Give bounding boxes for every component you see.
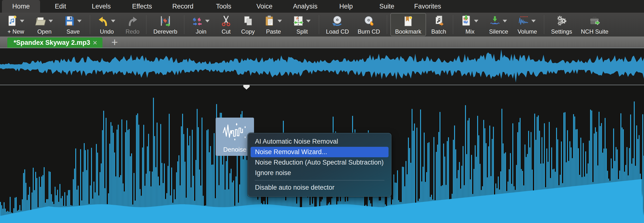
toolbar-button-split[interactable]: Split xyxy=(288,13,316,37)
toolbar-button-mix[interactable]: Mix xyxy=(456,13,484,37)
toolbar-button-label: Undo xyxy=(100,28,114,35)
toolbar-button-new[interactable]: + New xyxy=(2,13,30,37)
mix-icon xyxy=(460,15,472,27)
split-icon xyxy=(292,15,305,27)
burn-cd-icon xyxy=(362,15,375,27)
cut-icon xyxy=(220,15,232,27)
toolbar-separator xyxy=(544,15,544,34)
document-tab[interactable]: *Spandex Skyway 2.mp3 × xyxy=(7,38,102,48)
nch-suite-icon xyxy=(588,15,601,27)
menu-item-edit[interactable]: Edit xyxy=(40,0,81,13)
new-file-icon xyxy=(6,15,18,27)
toolbar-button-label: Mix xyxy=(466,28,474,35)
load-cd-icon xyxy=(331,15,344,27)
bookmark-icon xyxy=(402,15,414,28)
dropdown-caret-icon[interactable] xyxy=(472,14,480,28)
dropdown-caret-icon[interactable] xyxy=(47,14,54,28)
menu-item-record[interactable]: Record xyxy=(162,0,203,13)
volume-icon xyxy=(517,15,530,27)
toolbar-separator xyxy=(184,15,184,34)
menu-bar: HomeEditLevelsEffectsRecordToolsVoiceAna… xyxy=(0,0,644,13)
menu-item-voice[interactable]: Voice xyxy=(244,0,285,13)
toolbar-button-label: Redo xyxy=(126,28,140,35)
close-icon[interactable]: × xyxy=(90,38,100,47)
toolbar-button-volume[interactable]: Volume xyxy=(513,13,542,37)
toolbar-button-label: Join xyxy=(196,28,206,35)
dropdown-caret-icon[interactable] xyxy=(501,14,508,28)
context-menu: AI Automatic Noise RemovalNoise Removal … xyxy=(248,133,392,197)
dropdown-caret-icon[interactable] xyxy=(305,14,312,28)
toolbar-button-settings[interactable]: Settings xyxy=(546,13,576,37)
toolbar-button-label: Volume xyxy=(518,28,537,35)
dropdown-caret-icon[interactable] xyxy=(530,14,537,28)
toolbar-button-label: Save xyxy=(66,28,80,35)
toolbar-button-open[interactable]: Open xyxy=(30,13,59,37)
batch-icon xyxy=(432,15,445,27)
overview-waveform xyxy=(0,48,644,85)
menu-item-suite[interactable]: Suite xyxy=(366,0,407,13)
toolbar-button-paste[interactable]: Paste xyxy=(259,13,288,37)
toolbar-button-batch[interactable]: Batch xyxy=(427,13,450,37)
dropdown-caret-icon[interactable] xyxy=(18,14,26,28)
toolbar-button-dereverb[interactable]: Dereverb xyxy=(149,13,182,37)
toolbar-button-label: Cut xyxy=(222,28,230,35)
menu-item-noise-reduction-auto-spectral-subtraction[interactable]: Noise Reduction (Auto Spectral Subtracti… xyxy=(248,157,391,168)
toolbar-button-silence[interactable]: Silence xyxy=(484,13,513,37)
new-tab-button[interactable]: + xyxy=(109,37,120,47)
denoise-icon xyxy=(222,121,248,144)
toolbar-button-label: Bookmark xyxy=(395,28,421,35)
menu-item-ignore-noise[interactable]: Ignore noise xyxy=(248,168,391,178)
toolbar-separator xyxy=(453,15,453,34)
menu-item-tools[interactable]: Tools xyxy=(203,0,244,13)
open-folder-icon xyxy=(34,15,47,27)
denoise-button-label: Denoise xyxy=(223,146,246,153)
toolbar-button-label: Dereverb xyxy=(153,28,177,35)
copy-icon xyxy=(242,15,254,27)
dropdown-caret-icon[interactable] xyxy=(204,14,211,28)
paste-icon xyxy=(264,15,276,27)
menu-item-favorites[interactable]: Favorites xyxy=(407,0,448,13)
dropdown-caret-icon[interactable] xyxy=(76,14,83,28)
menu-item-effects[interactable]: Effects xyxy=(122,0,162,13)
document-tab-label: *Spandex Skyway 2.mp3 xyxy=(14,39,90,47)
menu-item-noise-removal-wizard[interactable]: Noise Removal Wizard... xyxy=(250,147,388,157)
toolbar-button-cut[interactable]: Cut xyxy=(216,13,237,37)
toolbar-button-burn-cd[interactable]: Burn CD xyxy=(353,13,384,37)
dereverb-icon xyxy=(159,15,172,27)
join-icon xyxy=(191,15,204,27)
toolbar-separator xyxy=(387,15,387,34)
menu-item-levels[interactable]: Levels xyxy=(81,0,122,13)
toolbar-button-join[interactable]: Join xyxy=(187,13,216,37)
silence-icon xyxy=(488,15,501,27)
toolbar-button-label: Settings xyxy=(551,28,572,35)
toolbar-separator xyxy=(90,15,90,34)
toolbar-button-nch-suite[interactable]: NCH Suite xyxy=(576,13,613,37)
menu-item-analysis[interactable]: Analysis xyxy=(285,0,326,13)
toolbar-button-load-cd[interactable]: Load CD xyxy=(322,13,353,37)
save-icon xyxy=(63,15,76,27)
dropdown-caret-icon[interactable] xyxy=(110,14,117,28)
tab-strip: *Spandex Skyway 2.mp3 × + xyxy=(0,37,644,48)
toolbar-separator xyxy=(146,15,146,34)
toolbar-button-label: Load CD xyxy=(326,28,349,35)
dropdown-caret-icon[interactable] xyxy=(276,14,284,28)
toolbar-button-undo[interactable]: Undo xyxy=(92,13,121,37)
toolbar-button-redo[interactable]: Redo xyxy=(121,13,144,37)
toolbar-button-label: Open xyxy=(38,28,52,35)
menu-item-help[interactable]: Help xyxy=(326,0,366,13)
toolbar-button-save[interactable]: Save xyxy=(59,13,88,37)
toolbar-button-label: Batch xyxy=(431,28,446,35)
toolbar-button-label: Silence xyxy=(489,28,508,35)
undo-icon xyxy=(97,15,110,27)
waveform-overview-panel[interactable] xyxy=(0,48,644,85)
menu-item-disable-auto-noise-detector[interactable]: Disable auto noise detector xyxy=(248,182,391,193)
menu-item-home[interactable]: Home xyxy=(2,0,40,13)
redo-icon xyxy=(126,15,139,27)
menu-item-ai-automatic-noise-removal[interactable]: AI Automatic Noise Removal xyxy=(248,136,391,147)
toolbar-button-label: + New xyxy=(8,28,24,35)
toolbar-button-bookmark[interactable]: Bookmark xyxy=(390,13,426,36)
toolbar-button-copy[interactable]: Copy xyxy=(237,13,259,37)
toolbar-button-label: Burn CD xyxy=(358,28,380,35)
toolbar-button-label: Paste xyxy=(266,28,281,35)
main-waveform-panel[interactable]: Denoise AI Automatic Noise RemovalNoise … xyxy=(0,85,644,223)
